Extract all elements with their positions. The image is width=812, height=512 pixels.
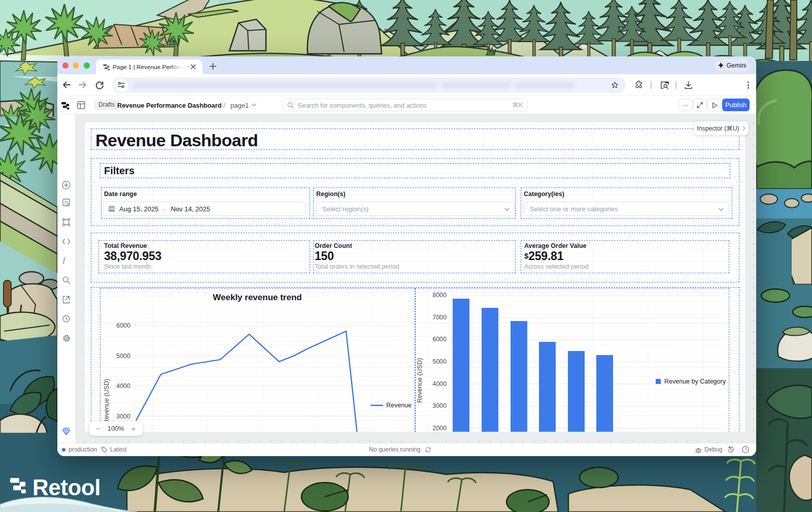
svg-text:3000: 3000 — [116, 413, 130, 420]
svg-text:6000: 6000 — [432, 336, 447, 343]
svg-text:Revenue by Category: Revenue by Category — [664, 378, 726, 385]
svg-text:Revenue (USD): Revenue (USD) — [103, 379, 110, 424]
svg-text:3000: 3000 — [432, 402, 447, 409]
svg-text:Retool: Retool — [32, 475, 100, 500]
svg-text:5000: 5000 — [116, 353, 130, 360]
svg-text:?: ? — [745, 447, 747, 452]
svg-text:8000: 8000 — [432, 292, 447, 299]
svg-text:7000: 7000 — [432, 314, 447, 321]
svg-text:Revenue (USD): Revenue (USD) — [416, 358, 423, 403]
svg-text:6000: 6000 — [116, 322, 130, 329]
svg-text:Weekly revenue trend: Weekly revenue trend — [213, 293, 301, 302]
svg-text:4000: 4000 — [116, 382, 130, 390]
svg-text:5000: 5000 — [432, 358, 447, 365]
svg-text:4000: 4000 — [432, 380, 447, 388]
svg-text:2000: 2000 — [432, 425, 447, 432]
svg-text:Revenue: Revenue — [386, 402, 412, 409]
